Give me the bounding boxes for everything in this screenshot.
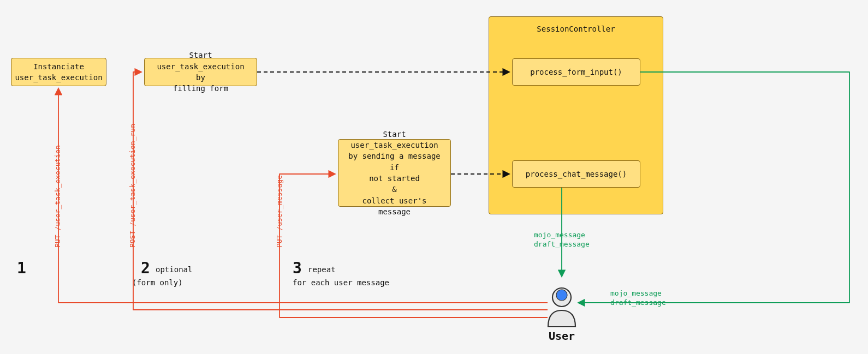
step-2-sub: optional [156, 265, 192, 274]
edge-label-put-ute: PUT /user_task_execution [53, 145, 62, 248]
box-process-form-input: process_form_input() [512, 58, 640, 86]
user-label: User [549, 329, 575, 343]
user-icon [548, 288, 575, 327]
step-2-sub2: (form only) [132, 278, 183, 287]
step-1-number: 1 [17, 259, 26, 277]
edge-label-put-user-message: PUT /user_message [275, 175, 283, 248]
svg-point-1 [556, 290, 567, 301]
edge-label-mojo-draft-1: mojo_message draft_message [534, 231, 590, 249]
step-3-sub2: for each user message [293, 278, 389, 287]
edge-label-post-ute-run: POST /user_task_execution_run [128, 124, 136, 248]
edge-label-mojo-draft-2: mojo_message draft_message [610, 289, 666, 308]
step-3-sub: repeat [308, 265, 336, 274]
session-controller-title: SessionController [537, 25, 615, 33]
box-instanciate: Instanciate user_task_execution [11, 58, 106, 86]
step-2-number: 2 [141, 259, 150, 277]
box-start-message: Start user_task_execution by sending a m… [338, 139, 451, 207]
box-process-chat-message: process_chat_message() [512, 160, 640, 188]
svg-point-0 [552, 288, 571, 307]
step-3-number: 3 [293, 259, 302, 277]
box-start-form: Start user_task_execution by filling for… [144, 58, 257, 86]
